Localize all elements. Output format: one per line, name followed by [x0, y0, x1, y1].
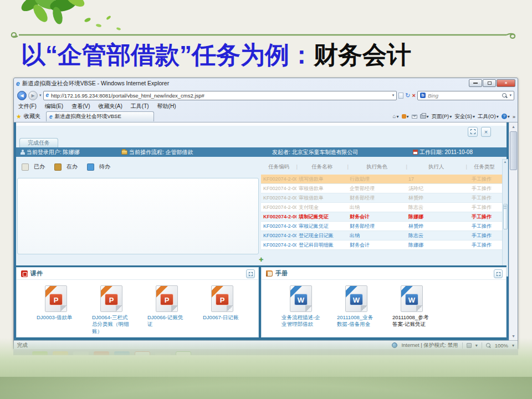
manual-title: 手册 — [275, 269, 288, 278]
manual-expand-button[interactable] — [494, 269, 503, 278]
browser-menubar: 文件(F) 编辑(E) 查看(V) 收藏夹(A) 工具(T) 帮助(H) — [14, 101, 518, 111]
table-scrollbar[interactable]: ▲ ▼ — [502, 159, 508, 277]
task-person-cell: 林赟烨 — [406, 223, 466, 230]
task-code-cell: KF002074-2-003 — [261, 195, 296, 201]
file-item[interactable]: P DJ0064-三栏式总分类账（明细账） — [92, 285, 131, 335]
file-label: 20111008_业务数据-借备用金 — [337, 314, 376, 328]
file-label: 业务流程描述-企业管理部借款 — [282, 314, 320, 328]
task-role-cell: 财务部经理 — [347, 223, 406, 230]
panel-close-button[interactable]: × — [481, 127, 491, 137]
browser-addressbar: ◀ ▶ ▾ e http://172.16.95.234:8081/portal… — [14, 89, 518, 101]
flow-folder-icon — [121, 150, 127, 155]
search-dropdown-icon[interactable]: ▾ — [509, 93, 511, 98]
task-person-cell: 陈志云 — [406, 232, 466, 239]
task-table-row[interactable]: KF002074-2-001 填写借款单 行政助理 17 手工操作 — [261, 175, 503, 184]
file-icon: P — [211, 285, 233, 312]
menu-edit[interactable]: 编辑(E) — [45, 103, 63, 110]
menu-file[interactable]: 文件(F) — [18, 103, 37, 110]
file-item[interactable]: W 20111008_业务数据-借备用金 — [337, 285, 376, 328]
complete-task-tab[interactable]: 完成任务 — [19, 138, 58, 147]
file-item[interactable]: W 20111008_参考答案-记账凭证 — [392, 285, 431, 328]
task-table-row[interactable]: KF002074-2-006 审核记账凭证 财务部经理 林赟烨 手工操作 — [261, 222, 503, 231]
maximize-button[interactable] — [483, 79, 496, 87]
legend-todo-swatch — [87, 163, 94, 171]
task-table-row[interactable]: KF002074-2-002 审核借款单 企管部经理 汤玲纪 手工操作 — [261, 184, 503, 193]
menu-view[interactable]: 查看(V) — [71, 103, 90, 110]
task-type-cell: 手工操作 — [466, 185, 503, 192]
search-box[interactable]: b Bing ▾ — [417, 91, 514, 100]
legend-active-swatch — [54, 163, 62, 171]
safety-menu-button[interactable]: 安全(S)▾ — [454, 113, 475, 120]
page-title: 以“企管部借款”任务为例：财务会计 — [21, 39, 520, 71]
task-table-row[interactable]: KF002074-2-005 填制记账凭证 财务会计 陈娜娜 手工操作 — [261, 212, 503, 222]
tools-menu-button[interactable]: 工具(O)▾ — [478, 113, 499, 120]
legend-done-label: 已办 — [34, 163, 45, 171]
favorites-label[interactable]: 收藏夹 — [24, 112, 40, 120]
page-tab[interactable]: e 新道虚拟商业社会环境VBSE — [46, 111, 154, 121]
home-button[interactable]: ⌂▾ — [392, 114, 398, 119]
refresh-icon[interactable]: ↻ — [405, 93, 410, 99]
grass-shadow — [0, 377, 532, 399]
current-user: 当前登录用户: 陈娜娜 — [21, 147, 80, 157]
task-name-cell: 填制记账凭证 — [296, 213, 347, 221]
task-type-cell: 手工操作 — [466, 213, 503, 221]
menu-help[interactable]: 帮助(H) — [157, 103, 176, 110]
file-item[interactable]: P DJ0066-记账凭证 — [147, 285, 186, 328]
task-table-row[interactable]: KF002074-2-008 登记科目明细账 财务会计 陈娜娜 手工操作 — [261, 241, 503, 250]
search-icon[interactable] — [502, 93, 507, 98]
task-role-cell: 财务会计 — [347, 213, 406, 221]
file-item[interactable]: W 业务流程描述-企业管理部借款 — [282, 285, 320, 328]
nav-dropdown-icon[interactable]: ▾ — [39, 93, 42, 98]
address-dropdown-icon[interactable]: ▾ — [392, 93, 395, 98]
task-role-cell: 出纳 — [347, 204, 406, 211]
file-item[interactable]: P DJ0067-日记账 — [203, 285, 242, 321]
browser-favbar: ★ 收藏夹 e 新道虚拟商业社会环境VBSE ⌂▾ ▾ ▾ 页面(P)▾ 安全(… — [14, 111, 518, 122]
courseware-title: 课件 — [30, 269, 43, 278]
minimize-button[interactable] — [469, 79, 482, 87]
file-badge: P — [105, 294, 118, 305]
file-icon: W — [290, 285, 312, 312]
stop-icon[interactable]: × — [412, 93, 416, 99]
courseware-expand-button[interactable] — [246, 269, 255, 278]
task-table-row[interactable]: KF002074-2-007 登记现金日记账 出纳 陈志云 手工操作 — [261, 231, 503, 241]
mail-button[interactable] — [412, 115, 417, 119]
status-legend: 已办 在办 待办 — [22, 161, 115, 172]
file-label: DJ0067-日记账 — [203, 314, 242, 321]
page-menu-button[interactable]: 页面(P)▾ — [432, 113, 452, 120]
legend-done-swatch — [22, 163, 29, 171]
scrollbar-thumb[interactable] — [510, 131, 517, 170]
file-badge: W — [405, 294, 418, 305]
task-role-cell: 出纳 — [347, 232, 406, 239]
url-text: http://172.16.95.234:8081/portal/vbse_ht… — [51, 93, 390, 99]
menu-tools[interactable]: 工具(T) — [131, 103, 149, 110]
task-table-row[interactable]: KF002074-2-004 支付现金 出纳 陈志云 手工操作 — [261, 203, 503, 212]
panel-expand-button[interactable] — [468, 127, 478, 137]
back-button[interactable]: ◀ — [17, 91, 27, 100]
close-button[interactable]: × — [497, 79, 515, 87]
file-item[interactable]: P DJ0003-借款单 — [37, 285, 75, 321]
task-type-cell: 手工操作 — [466, 195, 503, 202]
task-code-cell: KF002074-2-006 — [261, 223, 296, 229]
address-field[interactable]: e http://172.16.95.234:8081/portal/vbse_… — [43, 91, 397, 100]
help-button[interactable]: ?▾ — [502, 114, 510, 119]
print-button[interactable]: ▾ — [420, 114, 429, 119]
work-date: 工作日期: 2011-10-08 — [413, 147, 473, 157]
task-code-cell: KF002074-2-008 — [261, 242, 296, 248]
task-person-cell: 汤玲纪 — [406, 185, 466, 192]
task-table-row[interactable]: KF002074-2-003 审核借款单 财务部经理 林赟烨 手工操作 — [261, 193, 503, 203]
task-table: 任务编码 任务名称 执行角色 执行人 任务类型 KF002074-2-001 填… — [261, 159, 503, 250]
task-type-cell: 手工操作 — [466, 242, 503, 249]
overflow-chevron[interactable]: » — [513, 114, 515, 120]
forward-button[interactable]: ▶ — [28, 91, 38, 100]
page-icon: e — [46, 93, 49, 98]
courseware-files: P DJ0003-借款单 P DJ0064-三栏式总分类账（明细账） P DJ0… — [17, 280, 258, 337]
page-scrollbar[interactable]: ▲ ▼ — [509, 122, 518, 340]
file-icon: P — [45, 285, 67, 312]
zoom-plus-icon[interactable]: ✚ — [259, 257, 263, 263]
title-black-part: 财务会计 — [314, 41, 411, 68]
task-role-cell: 企管部经理 — [347, 185, 406, 192]
feeds-button[interactable]: ▾ — [402, 114, 409, 119]
favorites-star-icon[interactable]: ★ — [16, 114, 22, 120]
menu-favorites[interactable]: 收藏夹(A) — [98, 103, 122, 110]
compatibility-icon[interactable] — [398, 93, 403, 99]
